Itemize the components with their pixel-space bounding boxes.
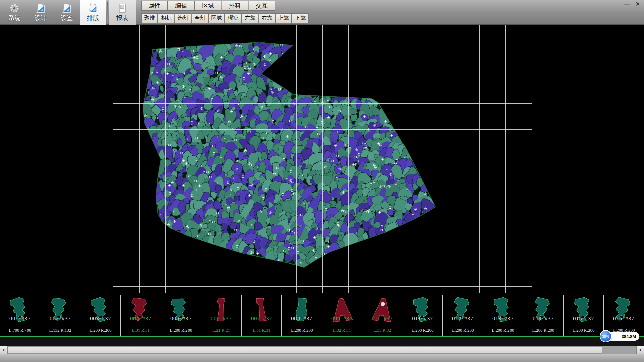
piece-thumbnail[interactable]: 005_#37L:200 R:200: [161, 295, 201, 336]
piece-thumbnail[interactable]: 003_#37L:200 R:200: [80, 295, 121, 336]
piece-thumbnail[interactable]: 007_#37L:31 R:31: [241, 295, 282, 336]
piece-lr-values: L:33 R:32: [362, 328, 402, 333]
piece-id: 011_#37: [402, 315, 442, 322]
piece-lr-values: L:200 R:200: [80, 328, 120, 333]
piece-lr-values: L:200 R:200: [564, 328, 603, 333]
memory-status: 384.8M 38%: [600, 330, 639, 342]
horizontal-scrollbar[interactable]: < >: [0, 346, 644, 354]
launcher-label-system: 系统: [8, 14, 20, 22]
scroll-left-button[interactable]: <: [0, 346, 8, 354]
close-button[interactable]: ✕: [634, 1, 641, 7]
menu-tab-row: 属性编辑区域排料交互: [141, 1, 309, 11]
tool-align-bottom[interactable]: 下靠: [292, 13, 309, 23]
piece-lr-values: L:132 R:132: [40, 328, 80, 333]
piece-id: 003_#37: [80, 315, 120, 322]
tool-align-top[interactable]: 上靠: [275, 13, 292, 23]
tool-align-left[interactable]: 左靠: [242, 13, 258, 23]
tool-defect[interactable]: 瑕疵: [225, 13, 241, 23]
piece-id: 005_#37: [161, 315, 201, 322]
menu-tab-edit[interactable]: 编辑: [168, 1, 195, 11]
scrollbar-thumb[interactable]: [8, 346, 602, 354]
window-controls: — ✕: [623, 1, 641, 7]
progress-circle: 38%: [600, 330, 612, 342]
piece-id: 006_#37: [201, 315, 241, 322]
tool-select-cut[interactable]: 选割: [175, 13, 191, 23]
piece-thumbnail[interactable]: 012_#37L:200 R:200: [443, 295, 483, 336]
piece-lr-values: L:200 R:200: [443, 328, 483, 333]
pieces-strip: 001_#37L:700 R:700002_#37L:132 R:132003_…: [0, 295, 644, 337]
launcher-layout[interactable]: 排版: [80, 0, 106, 25]
piece-lr-values: L:700 R:700: [0, 328, 40, 333]
piece-lr-values: L:32 R:31: [322, 328, 362, 333]
piece-lr-values: L:31 R:31: [241, 328, 281, 333]
piece-id: 001_#37: [0, 315, 40, 322]
piece-thumbnail[interactable]: 014_#37L:200 R:200: [523, 295, 564, 336]
tool-button-row: 聚排相机选割全割区域瑕疵左靠右靠上靠下靠: [141, 13, 309, 23]
piece-lr-values: L:200 R:200: [523, 328, 563, 333]
tool-cluster-nest[interactable]: 聚排: [141, 13, 158, 23]
gear-icon: [9, 3, 20, 14]
tool-align-right[interactable]: 右靠: [259, 13, 275, 23]
report-icon: [117, 3, 128, 14]
triangle-icon: [61, 3, 72, 14]
launcher-label-report: 报表: [116, 14, 128, 22]
nesting-canvas[interactable]: [0, 25, 644, 295]
scroll-right-button[interactable]: >: [636, 346, 644, 354]
piece-thumbnail[interactable]: 004_#37L:31 R:31: [121, 295, 161, 336]
piece-id: 010_#37: [362, 315, 402, 322]
piece-lr-values: L:200 R:200: [402, 328, 442, 333]
piece-id: 012_#37: [443, 315, 483, 322]
launcher-label-design: 设计: [35, 14, 47, 22]
piece-thumbnail[interactable]: 010_#37L:33 R:32: [362, 295, 402, 336]
menu-tab-properties[interactable]: 属性: [141, 1, 168, 11]
piece-id: 004_#37: [121, 315, 161, 322]
memory-value: 384.8M: [622, 334, 636, 339]
menu-tab-region[interactable]: 区域: [195, 1, 221, 11]
status-bar: [0, 354, 644, 362]
tool-region[interactable]: 区域: [208, 13, 225, 23]
piece-id: 016_#37: [604, 315, 644, 322]
piece-thumbnail[interactable]: 008_#37L:200 R:200: [282, 295, 322, 336]
triangle-icon: [35, 3, 46, 14]
ribbon-toolbar: 系统设计设置排版报表 属性编辑区域排料交互 聚排相机选割全割区域瑕疵左靠右靠上靠…: [0, 0, 644, 25]
launcher-label-layout: 排版: [87, 14, 99, 22]
triangle-icon: [87, 3, 99, 14]
piece-thumbnail[interactable]: 015_#37L:200 R:200: [564, 295, 604, 336]
piece-thumbnail[interactable]: 013_#37L:200 R:200: [483, 295, 523, 336]
app-window: 系统设计设置排版报表 属性编辑区域排料交互 聚排相机选割全割区域瑕疵左靠右靠上靠…: [0, 0, 644, 362]
piece-thumbnail[interactable]: 009_#37L:32 R:31: [322, 295, 362, 336]
piece-thumbnail[interactable]: 002_#37L:132 R:132: [40, 295, 80, 336]
piece-lr-values: L:200 R:200: [282, 328, 322, 333]
launcher-report[interactable]: 报表: [109, 0, 136, 25]
minimize-button[interactable]: —: [623, 1, 631, 7]
piece-id: 015_#37: [564, 315, 603, 322]
launcher-label-settings: 设置: [61, 14, 73, 22]
menu-area: 属性编辑区域排料交互 聚排相机选割全割区域瑕疵左靠右靠上靠下靠: [141, 1, 309, 23]
launcher-settings[interactable]: 设置: [54, 0, 80, 25]
menu-tab-nesting[interactable]: 排料: [222, 1, 248, 11]
launcher-bar: 系统设计设置排版报表: [1, 0, 136, 25]
piece-thumbnail[interactable]: 011_#37L:200 R:200: [402, 295, 443, 336]
piece-lr-values: L:21 R:21: [201, 328, 241, 333]
piece-lr-values: L:200 R:200: [483, 328, 523, 333]
launcher-design[interactable]: 设计: [28, 0, 54, 25]
tool-cut-all[interactable]: 全割: [192, 13, 208, 23]
piece-id: 008_#37: [282, 315, 322, 322]
progress-value: 38%: [602, 334, 609, 338]
tool-camera[interactable]: 相机: [158, 13, 174, 23]
piece-id: 014_#37: [523, 315, 563, 322]
piece-id: 009_#37: [322, 315, 362, 322]
launcher-system[interactable]: 系统: [1, 0, 28, 25]
piece-lr-values: L:31 R:31: [121, 328, 161, 333]
piece-thumbnail[interactable]: 006_#37L:21 R:21: [201, 295, 241, 336]
launcher-separator: [107, 2, 108, 23]
piece-id: 002_#37: [40, 315, 80, 322]
piece-id: 007_#37: [241, 315, 281, 322]
piece-thumbnail[interactable]: 001_#37L:700 R:700: [0, 295, 40, 336]
piece-lr-values: L:200 R:200: [161, 328, 201, 333]
strip-footer: [0, 337, 644, 346]
piece-id: 013_#37: [483, 315, 523, 322]
menu-tab-interact[interactable]: 交互: [249, 1, 275, 11]
